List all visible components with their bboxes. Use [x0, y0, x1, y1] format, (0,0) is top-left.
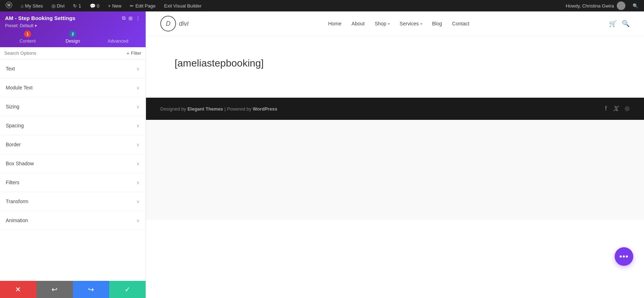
- page-hero: [ameliastepbooking]: [146, 36, 644, 98]
- settings-list: Text ∨ Module Text ∨ Sizing ∨ Spacing ∨ …: [0, 59, 146, 281]
- new-item[interactable]: + New: [106, 3, 124, 9]
- my-sites-item[interactable]: ⌂ My Sites: [19, 3, 45, 9]
- howdy-item[interactable]: Howdy, Christina Gwira: [564, 1, 628, 11]
- search-icon-admin[interactable]: 🔍: [630, 3, 640, 9]
- site-nav: D divi Home About Shop ▾ Services ▾: [146, 11, 644, 36]
- settings-item-spacing[interactable]: Spacing ∨: [0, 116, 146, 135]
- nav-blog-label: Blog: [432, 21, 442, 26]
- svg-text:W: W: [7, 3, 11, 7]
- sidebar-panel: AM - Step Booking Settings ⧉ ⊞ ⋮ Preset:…: [0, 11, 146, 298]
- settings-item-sizing[interactable]: Sizing ∨: [0, 97, 146, 116]
- chevron-icon-border: ∨: [136, 142, 140, 147]
- sidebar-tabs: 1 Content 2 Design Advanced: [5, 32, 141, 47]
- tab-design[interactable]: 2 Design: [50, 32, 95, 47]
- comments-item[interactable]: 💬 0: [88, 3, 102, 9]
- wp-admin-bar: W ⌂ My Sites ◎ Divi ↻ 1 💬 0 + New ✏ Edit…: [0, 0, 644, 11]
- instagram-icon[interactable]: ◎: [625, 105, 630, 113]
- settings-item-label-text: Text: [6, 66, 15, 72]
- filter-plus-icon: +: [126, 50, 130, 56]
- settings-item-module-text[interactable]: Module Text ∨: [0, 78, 146, 97]
- home-icon: ⌂: [21, 3, 24, 9]
- main-layout: AM - Step Booking Settings ⧉ ⊞ ⋮ Preset:…: [0, 11, 644, 298]
- tab-design-label: Design: [50, 38, 95, 44]
- close-button[interactable]: ✕: [0, 281, 36, 298]
- tab-advanced[interactable]: Advanced: [96, 32, 141, 47]
- save-button[interactable]: ✓: [109, 281, 146, 298]
- admin-bar-right: Howdy, Christina Gwira 🔍: [564, 1, 640, 11]
- chevron-icon-filters: ∨: [136, 180, 140, 185]
- edit-page-label: Edit Page: [135, 3, 155, 9]
- grid-icon[interactable]: ⊞: [128, 15, 133, 21]
- divi-label: Divi: [57, 3, 65, 9]
- filter-button[interactable]: + Filter: [126, 50, 141, 56]
- settings-item-text[interactable]: Text ∨: [0, 59, 146, 78]
- settings-item-filters[interactable]: Filters ∨: [0, 173, 146, 192]
- twitter-icon[interactable]: 𝕏: [613, 105, 618, 113]
- settings-item-box-shadow[interactable]: Box Shadow ∨: [0, 154, 146, 173]
- comment-icon: 💬: [90, 3, 96, 9]
- settings-item-label-border: Border: [6, 142, 21, 147]
- logo-text: divi: [179, 20, 189, 28]
- design-badge: 2: [69, 30, 76, 38]
- howdy-text: Howdy, Christina Gwira: [566, 3, 614, 9]
- filter-label: Filter: [131, 50, 141, 56]
- fab-button[interactable]: •••: [615, 247, 633, 266]
- settings-item-label-module-text: Module Text: [6, 85, 33, 91]
- settings-item-animation[interactable]: Animation ∨: [0, 211, 146, 230]
- settings-item-label-spacing: Spacing: [6, 123, 24, 128]
- settings-item-transform[interactable]: Transform ∨: [0, 192, 146, 211]
- sidebar-title-row: AM - Step Booking Settings ⧉ ⊞ ⋮: [5, 15, 141, 21]
- shop-arrow-icon: ▾: [388, 22, 390, 26]
- services-arrow-icon: ▾: [420, 22, 422, 26]
- search-input[interactable]: [4, 50, 123, 56]
- logo-circle: D: [160, 16, 176, 31]
- tab-content[interactable]: 1 Content: [5, 32, 50, 47]
- nav-contact[interactable]: Contact: [452, 21, 469, 26]
- nav-shop[interactable]: Shop ▾: [375, 21, 390, 26]
- settings-item-label-box-shadow: Box Shadow: [6, 161, 34, 166]
- website-preview: D divi Home About Shop ▾ Services ▾: [146, 11, 644, 298]
- comments-count: 0: [97, 3, 99, 9]
- search-icon[interactable]: 🔍: [622, 20, 630, 28]
- wp-logo-item[interactable]: W: [4, 1, 14, 10]
- chevron-icon-text: ∨: [136, 66, 140, 72]
- tab-advanced-label: Advanced: [96, 38, 141, 44]
- pencil-icon: ✏: [130, 3, 134, 9]
- exit-builder-item[interactable]: Exit Visual Builder: [162, 3, 204, 9]
- page-content: [ameliastepbooking] Designed by Elegant …: [146, 36, 644, 298]
- chevron-icon-spacing: ∨: [136, 123, 140, 128]
- nav-home-label: Home: [328, 21, 341, 26]
- counter-item[interactable]: ↻ 1: [71, 3, 83, 9]
- sidebar-search-row: + Filter: [0, 47, 146, 59]
- facebook-icon[interactable]: f: [605, 105, 607, 113]
- divi-icon: ◎: [52, 3, 55, 9]
- site-menu: Home About Shop ▾ Services ▾ Blog Contac: [328, 21, 469, 26]
- chevron-icon-box-shadow: ∨: [136, 161, 140, 166]
- footer-credits: Designed by Elegant Themes | Powered by …: [160, 106, 277, 112]
- redo-button[interactable]: ↪: [73, 281, 109, 298]
- edit-page-item[interactable]: ✏ Edit Page: [128, 3, 157, 9]
- site-logo: D divi: [160, 16, 189, 31]
- plus-icon: +: [108, 3, 111, 9]
- copy-icon[interactable]: ⧉: [122, 15, 126, 21]
- nav-about-label: About: [352, 21, 365, 26]
- tab-content-label: Content: [5, 38, 50, 44]
- logo-d: D: [166, 20, 171, 28]
- settings-item-border[interactable]: Border ∨: [0, 135, 146, 154]
- undo-button[interactable]: ↩: [36, 281, 73, 298]
- nav-blog[interactable]: Blog: [432, 21, 442, 26]
- cart-icon[interactable]: 🛒: [609, 20, 617, 28]
- preset-arrow: ▾: [35, 23, 37, 28]
- new-label: New: [112, 3, 121, 9]
- admin-bar-left: W ⌂ My Sites ◎ Divi ↻ 1 💬 0 + New ✏ Edit…: [4, 1, 562, 10]
- ellipsis-icon[interactable]: ⋮: [136, 15, 141, 21]
- sidebar-header-icons: ⧉ ⊞ ⋮: [122, 15, 141, 21]
- nav-home[interactable]: Home: [328, 21, 341, 26]
- divi-item[interactable]: ◎ Divi: [49, 3, 67, 9]
- content-badge: 1: [24, 30, 31, 38]
- settings-item-label-sizing: Sizing: [6, 104, 19, 109]
- settings-item-label-transform: Transform: [6, 199, 28, 204]
- nav-about[interactable]: About: [352, 21, 365, 26]
- chevron-icon-sizing: ∨: [136, 104, 140, 109]
- nav-services[interactable]: Services ▾: [400, 21, 422, 26]
